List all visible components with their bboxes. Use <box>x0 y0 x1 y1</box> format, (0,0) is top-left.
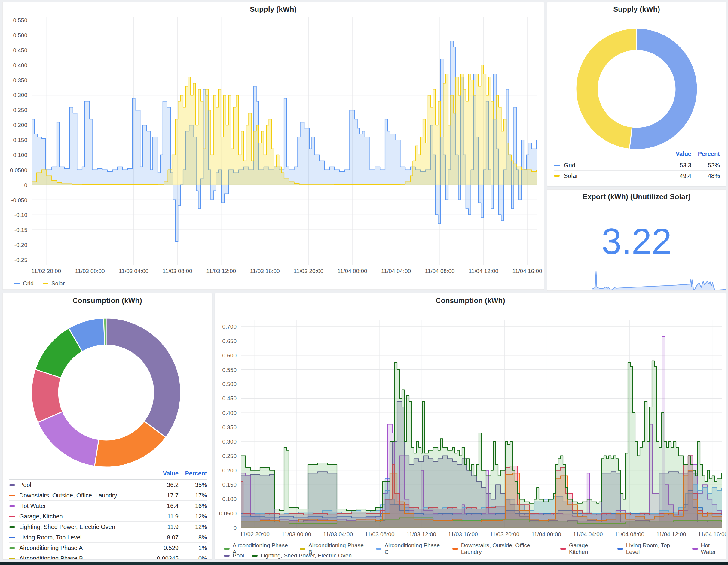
table-row[interactable]: Pool 36.2 35% <box>9 480 207 490</box>
table-row[interactable]: Airconditioning Phase A 0.529 1% <box>9 543 207 553</box>
panel-supply-donut[interactable]: Supply (kWh) Value Percent Grid 53.3 52%… <box>547 2 726 186</box>
legend-item[interactable]: Pool <box>224 552 244 559</box>
svg-text:11/04 08:00: 11/04 08:00 <box>615 531 644 537</box>
svg-text:11/04 04:00: 11/04 04:00 <box>381 268 411 274</box>
row-percent: 16% <box>179 502 207 509</box>
table-row[interactable]: Living Room, Top Level 8.07 8% <box>9 532 207 543</box>
svg-text:11/03 00:00: 11/03 00:00 <box>75 268 105 274</box>
row-value: 17.7 <box>145 492 179 499</box>
row-label: Downstairs, Outside, Office, Laundry <box>19 492 117 499</box>
svg-text:0.450: 0.450 <box>13 47 27 53</box>
row-value: 0.529 <box>145 545 179 551</box>
panel-title-supply-donut[interactable]: Supply (kWh) <box>547 5 726 14</box>
legend-item[interactable]: Airconditioning Phase C <box>376 542 445 555</box>
svg-text:0.400: 0.400 <box>222 410 237 416</box>
legend-label-solar: Solar <box>51 280 65 287</box>
row-percent: 17% <box>179 492 207 499</box>
panel-consumption-donut[interactable]: Consumption (kWh) Value Percent Pool 36.… <box>2 293 212 559</box>
taskbar-edge-strip <box>0 562 728 565</box>
solar-series-swatch <box>43 283 48 284</box>
consumption-donut-chart[interactable] <box>31 317 181 468</box>
svg-text:-0.050: -0.050 <box>11 197 27 203</box>
svg-text:0.150: 0.150 <box>13 137 27 143</box>
svg-text:0.600: 0.600 <box>222 352 237 359</box>
svg-text:0.0500: 0.0500 <box>10 167 27 173</box>
consumption-legend-table: Value Percent Pool 36.2 35%Downstairs, O… <box>9 470 207 559</box>
panel-supply-timeseries[interactable]: Supply (kWh) 0.5500.5000.4500.4000.3500.… <box>2 2 544 289</box>
row-percent: 8% <box>179 534 207 541</box>
legend-item-solar[interactable]: Solar <box>43 280 65 287</box>
svg-text:0.250: 0.250 <box>13 107 27 113</box>
svg-text:11/04 16:00: 11/04 16:00 <box>698 531 726 537</box>
legend-item-grid[interactable]: Grid <box>14 280 34 287</box>
svg-text:11/04 04:00: 11/04 04:00 <box>573 531 603 537</box>
svg-text:0.350: 0.350 <box>222 424 237 430</box>
svg-text:0.550: 0.550 <box>222 367 237 373</box>
legend-label-grid: Grid <box>23 280 34 287</box>
row-percent: 35% <box>179 481 207 488</box>
svg-text:11/04 12:00: 11/04 12:00 <box>656 531 686 537</box>
panel-title-consumption-donut[interactable]: Consumption (kWh) <box>3 296 212 305</box>
supply-timeseries-chart[interactable]: 0.5500.5000.4500.4000.3500.3000.2500.200… <box>3 2 544 279</box>
legend-item[interactable]: Lighting, Shed Power, Electric Oven <box>252 552 352 559</box>
svg-text:11/03 04:00: 11/03 04:00 <box>119 268 148 274</box>
table-row[interactable]: Downstairs, Outside, Office, Laundry 17.… <box>9 490 207 501</box>
table-row-grid[interactable]: Grid 53.3 52% <box>554 160 720 171</box>
series-swatch <box>692 548 698 550</box>
row-value: 53.3 <box>658 162 691 169</box>
series-swatch <box>9 516 15 517</box>
row-percent: 12% <box>179 524 207 530</box>
panel-consumption-timeseries[interactable]: Consumption (kWh) 0.7000.6500.6000.5500.… <box>215 293 726 559</box>
series-swatch <box>617 548 623 550</box>
legend-item[interactable]: Living Room, Top Level <box>617 542 684 555</box>
svg-text:0: 0 <box>24 182 27 188</box>
row-value: 0.00345 <box>145 555 179 560</box>
export-sparkline <box>592 264 726 290</box>
svg-text:11/02 20:00: 11/02 20:00 <box>31 268 61 274</box>
series-swatch <box>9 526 15 528</box>
row-percent: 48% <box>691 173 720 179</box>
svg-text:0.150: 0.150 <box>222 481 237 488</box>
row-value: 8.07 <box>145 534 179 541</box>
series-swatch <box>9 505 15 507</box>
series-swatch <box>9 484 15 486</box>
svg-text:11/04 08:00: 11/04 08:00 <box>425 268 455 274</box>
legend-item[interactable]: Downstairs, Outside, Office, Laundry <box>452 542 552 555</box>
svg-text:11/03 04:00: 11/03 04:00 <box>323 531 353 537</box>
table-row-solar[interactable]: Solar 49.4 48% <box>554 171 720 181</box>
series-swatch <box>9 547 15 549</box>
row-value: 11.9 <box>145 524 179 530</box>
svg-text:11/04 00:00: 11/04 00:00 <box>338 268 367 274</box>
row-label: Airconditioning Phase B <box>19 555 83 560</box>
percent-column-header: Percent <box>691 151 720 157</box>
supply-donut-chart[interactable] <box>576 28 698 150</box>
svg-text:-0.25: -0.25 <box>14 257 27 263</box>
series-swatch <box>300 548 305 550</box>
consumption-timeseries-chart[interactable]: 0.7000.6500.6000.5500.5000.4500.4000.350… <box>215 293 726 541</box>
table-row[interactable]: Garage, Kitchen 11.9 12% <box>9 511 207 522</box>
svg-text:11/04 12:00: 11/04 12:00 <box>469 268 498 274</box>
svg-text:0.200: 0.200 <box>222 467 237 474</box>
panel-title-export[interactable]: Export (kWh) (Unutilized Solar) <box>547 193 726 201</box>
row-percent: 1% <box>179 545 207 551</box>
svg-text:0.350: 0.350 <box>13 77 27 84</box>
legend-label: Garage, Kitchen <box>569 542 610 555</box>
legend-item[interactable]: Garage, Kitchen <box>560 542 610 555</box>
series-swatch <box>9 558 15 559</box>
solar-swatch <box>554 175 560 177</box>
table-row[interactable]: Lighting, Shed Power, Electric Oven 11.9… <box>9 522 207 532</box>
row-percent: 0% <box>179 555 207 560</box>
svg-text:11/03 08:00: 11/03 08:00 <box>163 268 192 274</box>
panel-export-stat[interactable]: Export (kWh) (Unutilized Solar) 3.22 <box>547 189 726 291</box>
series-swatch <box>224 548 230 550</box>
svg-text:0.200: 0.200 <box>13 122 27 128</box>
row-label: Garage, Kitchen <box>19 513 63 520</box>
table-row[interactable]: Hot Water 16.4 16% <box>9 501 207 511</box>
legend-item[interactable]: Hot Water <box>692 542 726 555</box>
svg-text:11/03 16:00: 11/03 16:00 <box>448 531 478 537</box>
svg-text:11/03 00:00: 11/03 00:00 <box>282 531 311 537</box>
legend-label: Downstairs, Outside, Office, Laundry <box>461 542 552 555</box>
legend-label: Lighting, Shed Power, Electric Oven <box>261 552 352 559</box>
svg-text:0.500: 0.500 <box>222 381 237 387</box>
table-row[interactable]: Airconditioning Phase B 0.00345 0% <box>9 553 207 559</box>
